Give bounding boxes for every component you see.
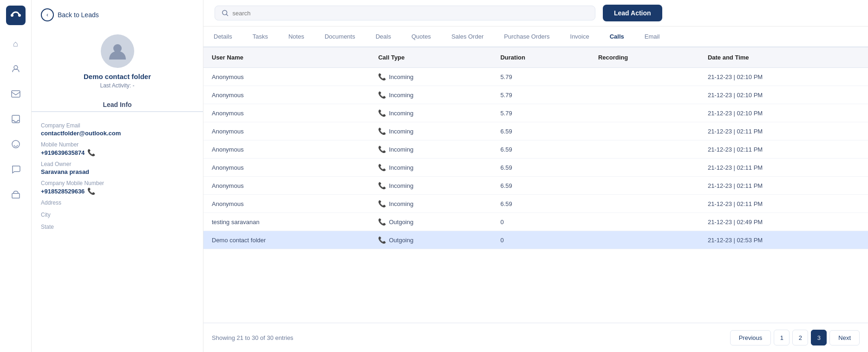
contacts-icon[interactable] [7, 60, 24, 77]
back-to-leads-button[interactable]: ‹ Back to Leads [32, 0, 203, 30]
table-row: Anonymous📞Incoming6.5921-12-23 | 02:11 P… [203, 140, 868, 159]
chat-icon[interactable] [7, 161, 24, 178]
cell-calltype: 📞Outgoing [370, 231, 492, 249]
call-type-icon: 📞 [378, 127, 386, 135]
cell-recording [590, 195, 699, 213]
cell-username: Anonymous [203, 195, 370, 213]
tab-purchase-orders[interactable]: Purchase Orders [494, 27, 560, 47]
table-row: Anonymous📞Incoming6.5921-12-23 | 02:11 P… [203, 159, 868, 177]
col-user-name: User Name [203, 47, 370, 68]
table-header-row: User NameCall TypeDurationRecordingDate … [203, 47, 868, 68]
table-row: testing saravanan📞Outgoing021-12-23 | 02… [203, 213, 868, 231]
cell-datetime: 21-12-23 | 02:11 PM [699, 195, 868, 213]
cell-duration: 6.59 [492, 195, 589, 213]
tab-deals[interactable]: Deals [365, 27, 401, 47]
whatsapp-icon[interactable] [7, 136, 24, 153]
tab-calls[interactable]: Calls [600, 27, 634, 47]
call-type-icon: 📞 [378, 218, 386, 226]
cell-datetime: 21-12-23 | 02:11 PM [699, 177, 868, 195]
call-type-icon: 📞 [378, 236, 386, 244]
mobile-number-value: +919639635874 📞 [41, 149, 194, 156]
cell-datetime: 21-12-23 | 02:11 PM [699, 159, 868, 177]
home-icon[interactable]: ⌂ [7, 35, 24, 52]
tab-invoice[interactable]: Invoice [560, 27, 600, 47]
col-recording: Recording [590, 47, 699, 68]
table-area: User NameCall TypeDurationRecordingDate … [203, 47, 868, 323]
call-type-icon: 📞 [378, 73, 386, 80]
tab-notes[interactable]: Notes [278, 27, 314, 47]
topbar: Lead Action [203, 0, 868, 27]
tab-sales-order[interactable]: Sales Order [441, 27, 494, 47]
cell-recording [590, 104, 699, 122]
svg-point-2 [14, 66, 18, 69]
cell-datetime: 21-12-23 | 02:10 PM [699, 68, 868, 86]
tab-quotes[interactable]: Quotes [401, 27, 441, 47]
call-type-icon: 📞 [378, 146, 386, 153]
shop-icon[interactable] [7, 186, 24, 203]
page-number-2[interactable]: 2 [792, 330, 808, 345]
cell-username: Anonymous [203, 86, 370, 104]
table-row: Anonymous📞Incoming6.5921-12-23 | 02:11 P… [203, 195, 868, 213]
svg-point-1 [18, 14, 21, 17]
cell-recording [590, 122, 699, 140]
tabs-bar: DetailsTasksNotesDocumentsDealsQuotesSal… [203, 27, 868, 47]
call-type-icon: 📞 [378, 164, 386, 171]
next-button[interactable]: Next [829, 330, 860, 345]
showing-text: Showing 21 to 30 of 30 entries [212, 334, 294, 341]
svg-rect-3 [12, 91, 20, 97]
cell-username: Anonymous [203, 159, 370, 177]
company-mobile-label: Company Mobile Number [41, 180, 194, 186]
cell-duration: 6.59 [492, 159, 589, 177]
lead-action-button[interactable]: Lead Action [603, 5, 662, 21]
company-email-value: contactfolder@outlook.com [41, 130, 194, 137]
search-input[interactable] [233, 10, 588, 17]
tab-details[interactable]: Details [203, 27, 242, 47]
mobile-number-label: Mobile Number [41, 141, 194, 148]
back-circle-icon: ‹ [41, 8, 54, 21]
previous-button[interactable]: Previous [730, 330, 771, 345]
cell-recording [590, 159, 699, 177]
company-email-label: Company Email [41, 122, 194, 129]
cell-recording [590, 231, 699, 249]
cell-calltype: 📞Outgoing [370, 213, 492, 231]
call-type-icon: 📞 [378, 109, 386, 117]
cell-duration: 6.59 [492, 122, 589, 140]
lead-owner-value: Saravana prasad [41, 168, 194, 175]
svg-point-0 [11, 14, 13, 17]
cell-recording [590, 68, 699, 86]
call-type-icon: 📞 [378, 200, 386, 207]
phone-icon-2[interactable]: 📞 [87, 187, 95, 195]
cell-datetime: 21-12-23 | 02:11 PM [699, 122, 868, 140]
address-label: Address [41, 199, 194, 206]
mail-icon[interactable] [7, 86, 24, 102]
cell-calltype: 📞Incoming [370, 104, 492, 122]
cell-calltype: 📞Incoming [370, 86, 492, 104]
cell-duration: 0 [492, 213, 589, 231]
search-box[interactable] [215, 6, 595, 20]
app-logo [6, 6, 26, 25]
col-duration: Duration [492, 47, 589, 68]
phone-icon-1[interactable]: 📞 [87, 149, 95, 156]
cell-calltype: 📞Incoming [370, 140, 492, 159]
back-label: Back to Leads [58, 11, 99, 19]
inbox-icon[interactable] [7, 111, 24, 127]
pagination-controls: Previous123Next [730, 330, 860, 345]
lead-owner-label: Lead Owner [41, 161, 194, 167]
tab-documents[interactable]: Documents [314, 27, 365, 47]
cell-username: testing saravanan [203, 213, 370, 231]
call-type-icon: 📞 [378, 91, 386, 99]
cell-duration: 5.79 [492, 86, 589, 104]
tab-tasks[interactable]: Tasks [242, 27, 278, 47]
cell-username: Anonymous [203, 140, 370, 159]
search-icon [222, 9, 229, 17]
contact-name: Demo contact folder [84, 73, 151, 80]
tab-email[interactable]: Email [634, 27, 670, 47]
pagination-row: Showing 21 to 30 of 30 entries Previous1… [203, 323, 868, 352]
cell-username: Anonymous [203, 104, 370, 122]
cell-datetime: 21-12-23 | 02:10 PM [699, 86, 868, 104]
avatar [101, 34, 134, 68]
page-number-1[interactable]: 1 [774, 330, 790, 345]
page-number-3[interactable]: 3 [811, 330, 827, 345]
lead-info-header: Lead Info [32, 96, 203, 112]
cell-username: Anonymous [203, 68, 370, 86]
